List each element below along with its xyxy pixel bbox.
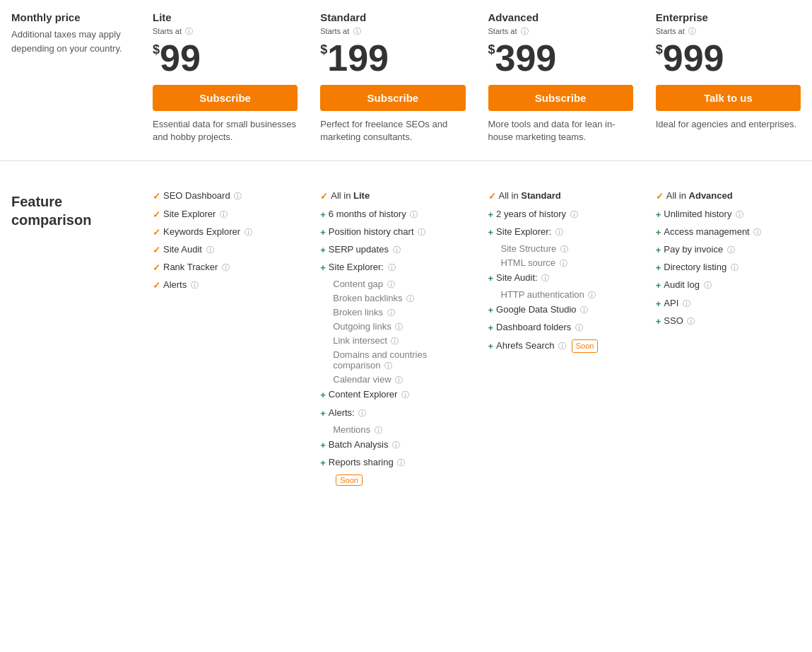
info-icon[interactable]: ⓘ <box>410 210 418 219</box>
info-icon[interactable]: ⓘ <box>392 441 400 449</box>
feature-lite-site-explorer-text: Site Explorer ⓘ <box>163 208 228 221</box>
sub-outgoing-links: Outgoing links ⓘ <box>333 321 465 332</box>
info-icon[interactable]: ⓘ <box>234 192 242 200</box>
plan-enterprise-description: Ideal for agencies and enterprises. <box>656 118 801 131</box>
feature-enterprise-api-text: API ⓘ <box>664 297 690 310</box>
feature-standard-position-history: + Position history chart ⓘ <box>320 226 465 239</box>
feature-standard-alerts-subs: Mentions ⓘ <box>333 424 465 436</box>
feature-advanced-site-audit: + Site Audit: ⓘ <box>488 272 633 285</box>
plus-icon: + <box>488 322 494 334</box>
info-icon[interactable]: ⓘ <box>387 308 395 317</box>
info-icon[interactable]: ⓘ <box>753 228 761 236</box>
sub-broken-links-text: Broken links ⓘ <box>333 307 394 318</box>
info-icon[interactable]: ⓘ <box>375 426 382 434</box>
info-icon[interactable]: ⓘ <box>358 409 366 417</box>
check-icon: ✓ <box>153 262 160 274</box>
info-icon[interactable]: ⓘ <box>704 281 712 289</box>
feature-standard-all-in-lite-text: All in Lite <box>331 190 370 202</box>
plus-icon: + <box>320 407 326 420</box>
check-icon: ✓ <box>153 279 160 292</box>
info-icon[interactable]: ⓘ <box>555 228 563 236</box>
info-icon[interactable]: ⓘ <box>393 245 401 254</box>
info-icon[interactable]: ⓘ <box>560 245 568 253</box>
feature-lite-alerts: ✓ Alerts ⓘ <box>153 279 298 292</box>
sub-http-auth: HTTP authentication ⓘ <box>501 289 633 301</box>
feature-enterprise-audit-log-text: Audit log ⓘ <box>664 279 711 291</box>
info-icon[interactable]: ⓘ <box>588 291 596 299</box>
plus-icon: + <box>656 209 661 221</box>
info-icon[interactable]: ⓘ <box>580 305 588 314</box>
info-icon[interactable]: ⓘ <box>220 210 228 219</box>
plus-icon: + <box>656 244 661 257</box>
feature-col-advanced: ✓ All in Standard + 2 years of history ⓘ… <box>477 181 645 494</box>
info-icon[interactable]: ⓘ <box>558 342 566 350</box>
plan-standard-subscribe-button[interactable]: Subscribe <box>320 85 465 111</box>
info-icon[interactable]: ⓘ <box>560 259 567 267</box>
sub-content-gap: Content gap ⓘ <box>333 279 465 290</box>
feature-standard-site-explorer: + Site Explorer: ⓘ <box>320 261 465 274</box>
sub-link-intersect-text: Link intersect ⓘ <box>333 335 399 347</box>
info-icon[interactable]: ⓘ <box>727 245 735 254</box>
sub-broken-backlinks-text: Broken backlinks ⓘ <box>333 293 414 304</box>
info-icon[interactable]: ⓘ <box>206 245 214 254</box>
plan-lite-subscribe-button[interactable]: Subscribe <box>153 85 298 111</box>
plus-icon: + <box>488 272 494 285</box>
info-icon[interactable]: ⓘ <box>222 263 230 272</box>
info-icon[interactable]: ⓘ <box>387 280 395 289</box>
info-icon[interactable]: ⓘ <box>575 323 583 332</box>
plan-advanced-starts: Starts at ⓘ <box>488 26 633 37</box>
sub-domains-countries: Domains and countries comparison ⓘ <box>333 349 465 371</box>
feature-standard-reports-sharing: + Reports sharing ⓘ <box>320 456 465 470</box>
sub-calendar-view: Calendar view ⓘ <box>333 374 465 385</box>
info-icon[interactable]: ⓘ <box>245 228 252 236</box>
feature-standard-alerts: + Alerts: ⓘ <box>320 407 465 420</box>
plan-standard-price-row: $ 199 <box>320 40 465 76</box>
feature-lite-seo-dashboard-text: SEO Dashboard ⓘ <box>163 190 242 202</box>
info-icon[interactable]: ⓘ <box>391 337 399 345</box>
info-icon[interactable]: ⓘ <box>384 361 392 370</box>
plan-enterprise-info-icon[interactable]: ⓘ <box>688 27 696 35</box>
plan-lite-info-icon[interactable]: ⓘ <box>185 27 193 35</box>
feature-advanced-ahrefs-search-text: Ahrefs Search ⓘ Soon <box>496 339 598 353</box>
info-icon[interactable]: ⓘ <box>418 228 425 236</box>
sub-outgoing-links-text: Outgoing links ⓘ <box>333 321 403 332</box>
plan-advanced-info-icon[interactable]: ⓘ <box>521 27 529 35</box>
plus-icon: + <box>320 226 326 239</box>
info-icon[interactable]: ⓘ <box>406 294 414 303</box>
reports-sharing-soon-container: Soon <box>333 474 465 486</box>
sub-mentions: Mentions ⓘ <box>333 424 465 436</box>
sub-html-source: HTML source ⓘ <box>501 257 633 269</box>
info-icon[interactable]: ⓘ <box>683 299 690 308</box>
info-icon[interactable]: ⓘ <box>541 274 549 282</box>
feature-enterprise-pay-by-invoice-text: Pay by invoice ⓘ <box>664 243 734 256</box>
plan-standard-info-icon[interactable]: ⓘ <box>353 27 361 35</box>
feature-lite-site-audit: ✓ Site Audit ⓘ <box>153 243 298 257</box>
info-icon[interactable]: ⓘ <box>731 263 739 272</box>
info-icon[interactable]: ⓘ <box>570 210 578 219</box>
info-icon[interactable]: ⓘ <box>191 281 199 289</box>
plan-standard-starts: Starts at ⓘ <box>320 26 465 37</box>
feature-col-standard: ✓ All in Lite + 6 months of history ⓘ + … <box>309 181 476 494</box>
check-icon: ✓ <box>153 244 160 257</box>
feature-enterprise-audit-log: + Audit log ⓘ <box>656 279 801 292</box>
feature-lite-rank-tracker-text: Rank Tracker ⓘ <box>163 261 230 274</box>
feature-advanced-site-audit-text: Site Audit: ⓘ <box>496 272 549 284</box>
info-icon[interactable]: ⓘ <box>395 376 403 384</box>
sub-content-gap-text: Content gap ⓘ <box>333 279 394 290</box>
info-icon[interactable]: ⓘ <box>736 210 743 219</box>
info-icon[interactable]: ⓘ <box>397 458 405 467</box>
plan-advanced-subscribe-button[interactable]: Subscribe <box>488 85 633 111</box>
info-icon[interactable]: ⓘ <box>388 263 396 272</box>
plan-lite-price-row: $ 99 <box>153 40 298 76</box>
sub-mentions-text: Mentions ⓘ <box>333 424 382 436</box>
feature-lite-rank-tracker: ✓ Rank Tracker ⓘ <box>153 261 298 274</box>
plan-standard-amount: 199 <box>327 40 389 76</box>
check-icon: ✓ <box>656 190 664 203</box>
sub-broken-backlinks: Broken backlinks ⓘ <box>333 293 465 304</box>
plan-lite: Lite Starts at ⓘ $ 99 Subscribe Essentia… <box>141 0 309 155</box>
info-icon[interactable]: ⓘ <box>687 317 695 325</box>
plan-lite-starts: Starts at ⓘ <box>153 26 298 37</box>
info-icon[interactable]: ⓘ <box>401 390 409 399</box>
plan-enterprise-talk-button[interactable]: Talk to us <box>656 85 801 111</box>
info-icon[interactable]: ⓘ <box>395 322 403 331</box>
